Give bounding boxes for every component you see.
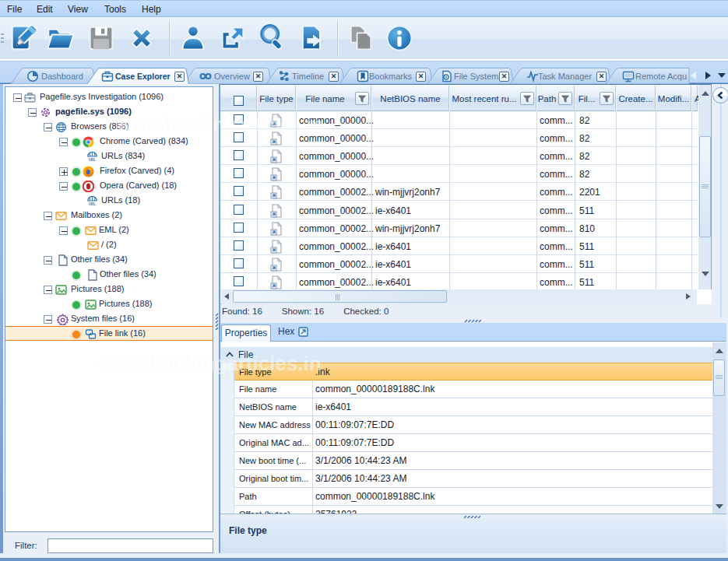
svg-text:URL: URL: [89, 202, 96, 206]
svg-text:URL: URL: [89, 158, 96, 162]
